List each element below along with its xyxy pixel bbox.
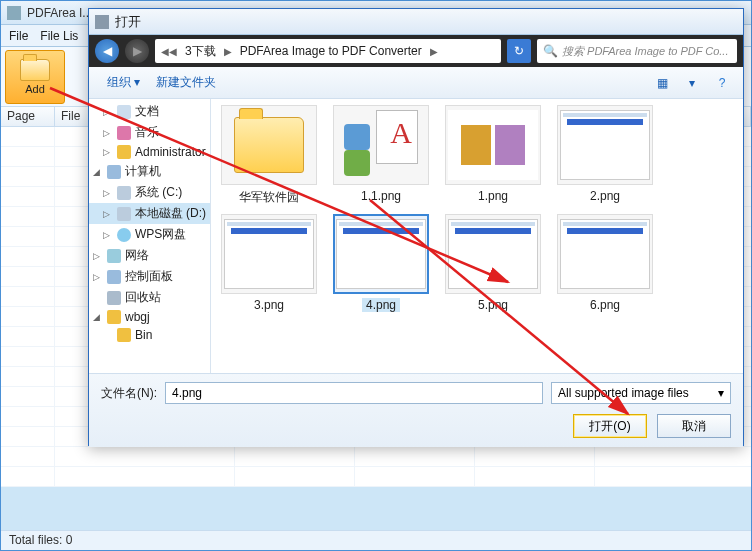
tree-item[interactable]: ◢计算机 bbox=[89, 161, 210, 182]
thumb-image bbox=[224, 219, 314, 289]
disk-icon bbox=[117, 186, 131, 200]
tree-label: 回收站 bbox=[125, 289, 161, 306]
file-thumb[interactable]: 4.png bbox=[329, 214, 433, 312]
file-name: 5.png bbox=[478, 298, 508, 312]
thumb-image bbox=[448, 219, 538, 289]
expand-icon[interactable]: ◢ bbox=[93, 167, 103, 177]
file-name: 2.png bbox=[590, 189, 620, 203]
chevron-right-icon: ▶ bbox=[430, 46, 438, 57]
open-button[interactable]: 打开(O) bbox=[573, 414, 647, 438]
disk-icon bbox=[117, 207, 131, 221]
col-page[interactable]: Page bbox=[1, 107, 55, 126]
expand-icon[interactable]: ▷ bbox=[93, 251, 103, 261]
music-icon bbox=[117, 126, 131, 140]
folder-open-icon bbox=[20, 59, 50, 81]
path-seg-1[interactable]: 3下载 bbox=[185, 43, 216, 60]
net-icon bbox=[107, 249, 121, 263]
refresh-button[interactable]: ↻ bbox=[507, 39, 531, 63]
tree-item[interactable]: ◢wbgj bbox=[89, 308, 210, 326]
path-seg-2[interactable]: PDFArea Image to PDF Converter bbox=[240, 44, 422, 58]
dialog-titlebar: 打开 bbox=[89, 9, 743, 35]
app-title: PDFArea I... bbox=[27, 6, 92, 20]
file-thumb[interactable]: 3.png bbox=[217, 214, 321, 312]
cp-icon bbox=[107, 165, 121, 179]
file-thumb[interactable]: 华军软件园 bbox=[217, 105, 321, 206]
search-box[interactable]: 🔍 搜索 PDFArea Image to PDF Co... bbox=[537, 39, 737, 63]
dialog-footer: 文件名(N): All supported image files ▾ 打开(O… bbox=[89, 373, 743, 447]
tree-label: 计算机 bbox=[125, 163, 161, 180]
tree-item[interactable]: ▷文档 bbox=[89, 101, 210, 122]
tree-item[interactable]: ▷本地磁盘 (D:) bbox=[89, 203, 210, 224]
organize-button[interactable]: 组织 ▾ bbox=[99, 72, 148, 93]
open-dialog: 打开 ◀ ▶ ◀◀ 3下载 ▶ PDFArea Image to PDF Con… bbox=[88, 8, 744, 446]
tree-label: Bin bbox=[135, 328, 152, 342]
menu-filelist[interactable]: File Lis bbox=[40, 29, 78, 43]
dialog-toolbar: 组织 ▾ 新建文件夹 ▦ ▾ ? bbox=[89, 67, 743, 99]
filter-dropdown[interactable]: All supported image files ▾ bbox=[551, 382, 731, 404]
tree-label: 网络 bbox=[125, 247, 149, 264]
chevron-down-icon: ▾ bbox=[718, 386, 724, 400]
app-icon bbox=[7, 6, 21, 20]
tree-label: WPS网盘 bbox=[135, 226, 186, 243]
tree-label: 文档 bbox=[135, 103, 159, 120]
expand-icon[interactable]: ▷ bbox=[103, 107, 113, 117]
file-thumb[interactable]: 5.png bbox=[441, 214, 545, 312]
menu-file[interactable]: File bbox=[9, 29, 28, 43]
table-row bbox=[1, 467, 751, 487]
tree-label: 控制面板 bbox=[125, 268, 173, 285]
status-bar: Total files: 0 bbox=[1, 530, 751, 550]
tree-label: Administrator bbox=[135, 145, 206, 159]
thumb-image bbox=[560, 110, 650, 180]
tree-label: wbgj bbox=[125, 310, 150, 324]
folder-tree[interactable]: ▷文档▷音乐▷Administrator◢计算机▷系统 (C:)▷本地磁盘 (D… bbox=[89, 99, 211, 373]
file-name: 6.png bbox=[590, 298, 620, 312]
tree-item[interactable]: Bin bbox=[89, 326, 210, 344]
bin-icon bbox=[107, 291, 121, 305]
expand-icon[interactable]: ▷ bbox=[103, 147, 113, 157]
dialog-icon bbox=[95, 15, 109, 29]
newfolder-button[interactable]: 新建文件夹 bbox=[148, 72, 224, 93]
expand-icon[interactable]: ▷ bbox=[103, 128, 113, 138]
dialog-body: ▷文档▷音乐▷Administrator◢计算机▷系统 (C:)▷本地磁盘 (D… bbox=[89, 99, 743, 373]
path-bar[interactable]: ◀◀ 3下载 ▶ PDFArea Image to PDF Converter … bbox=[155, 39, 501, 63]
thumb-image: A bbox=[344, 110, 418, 180]
file-thumb[interactable]: 6.png bbox=[553, 214, 657, 312]
file-name: 4.png bbox=[362, 298, 400, 312]
file-name: 华军软件园 bbox=[239, 189, 299, 206]
filename-input[interactable] bbox=[165, 382, 543, 404]
tree-item[interactable]: ▷控制面板 bbox=[89, 266, 210, 287]
file-thumb[interactable]: 1.png bbox=[441, 105, 545, 206]
file-thumb[interactable]: A1.1.png bbox=[329, 105, 433, 206]
view-options-icon[interactable]: ▾ bbox=[681, 72, 703, 94]
view-thumb-icon[interactable]: ▦ bbox=[651, 72, 673, 94]
expand-icon[interactable]: ▷ bbox=[103, 209, 113, 219]
tree-item[interactable]: ▷音乐 bbox=[89, 122, 210, 143]
expand-icon[interactable]: ▷ bbox=[103, 188, 113, 198]
tree-label: 本地磁盘 (D:) bbox=[135, 205, 206, 222]
folder-icon bbox=[117, 328, 131, 342]
nav-back-button[interactable]: ◀ bbox=[95, 39, 119, 63]
help-icon[interactable]: ? bbox=[711, 72, 733, 94]
file-name: 1.1.png bbox=[361, 189, 401, 203]
thumb-image bbox=[448, 110, 538, 180]
nav-forward-button[interactable]: ▶ bbox=[125, 39, 149, 63]
expand-icon[interactable]: ▷ bbox=[103, 230, 113, 240]
dialog-nav: ◀ ▶ ◀◀ 3下载 ▶ PDFArea Image to PDF Conver… bbox=[89, 35, 743, 67]
add-button[interactable]: Add bbox=[5, 50, 65, 104]
tree-label: 系统 (C:) bbox=[135, 184, 182, 201]
expand-icon[interactable]: ◢ bbox=[93, 312, 103, 322]
tree-item[interactable]: ▷Administrator bbox=[89, 143, 210, 161]
filter-text: All supported image files bbox=[558, 386, 689, 400]
cloud-icon bbox=[117, 228, 131, 242]
thumb-image bbox=[336, 219, 426, 289]
file-pane[interactable]: 华军软件园A1.1.png1.png2.png3.png4.png5.png6.… bbox=[211, 99, 743, 373]
expand-icon[interactable]: ▷ bbox=[93, 272, 103, 282]
cancel-button[interactable]: 取消 bbox=[657, 414, 731, 438]
tree-item[interactable]: ▷网络 bbox=[89, 245, 210, 266]
tree-item[interactable]: ▷系统 (C:) bbox=[89, 182, 210, 203]
tree-label: 音乐 bbox=[135, 124, 159, 141]
folder-icon bbox=[107, 310, 121, 324]
file-thumb[interactable]: 2.png bbox=[553, 105, 657, 206]
tree-item[interactable]: 回收站 bbox=[89, 287, 210, 308]
tree-item[interactable]: ▷WPS网盘 bbox=[89, 224, 210, 245]
